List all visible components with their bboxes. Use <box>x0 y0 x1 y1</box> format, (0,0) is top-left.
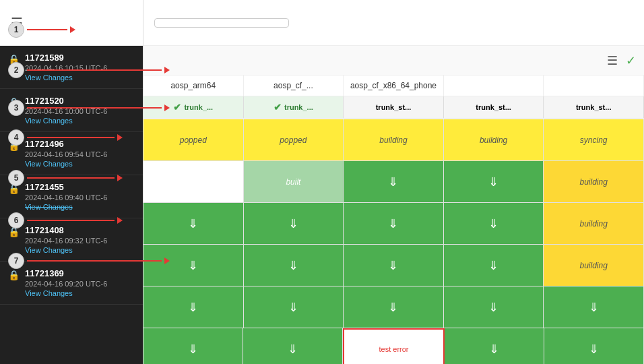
grid-cell-11721455-4: building <box>544 245 644 286</box>
grid-cell-11721369-1[interactable]: ⇓ <box>243 328 343 364</box>
download-icon: ⇓ <box>188 342 198 357</box>
grid-cell-11721496-3[interactable]: ⇓ <box>444 203 544 244</box>
col-header-3 <box>444 75 544 96</box>
menu-icon[interactable]: ☰ <box>11 15 23 31</box>
grid-cell-11721520-0 <box>143 161 244 202</box>
grid-cell-11721496-0[interactable]: ⇓ <box>143 203 244 244</box>
column-headers: aosp_arm64aosp_cf_...aosp_cf_x86_64_phon… <box>143 75 644 96</box>
col-header-2: aosp_cf_x86_64_phone <box>344 75 444 96</box>
build-date-11721520: 2024-04-16 10:00 UTC-6 <box>25 107 107 115</box>
lock-icon-11721369: 🔒 <box>8 270 20 280</box>
build-item-11721520: 🔒 11721520 2024-04-16 10:00 UTC-6 View C… <box>0 89 143 132</box>
lock-icon-11721455: 🔒 <box>8 183 20 194</box>
branch-cell-4: trunk_st... <box>544 96 644 118</box>
grid-cell-11721455-0[interactable]: ⇓ <box>143 245 244 286</box>
grid-cell-11721589-0: popped <box>143 119 244 160</box>
download-icon: ⇓ <box>488 175 498 189</box>
build-item-11721455: 🔒 11721455 2024-04-16 09:40 UTC-6 View C… <box>0 175 143 218</box>
build-item-11721496: 🔒 11721496 2024-04-16 09:54 UTC-6 View C… <box>0 132 143 175</box>
grid-cell-11721369-3[interactable]: ⇓ <box>445 328 544 364</box>
lock-icon-11721408: 🔒 <box>8 226 20 237</box>
lock-icon-11721496: 🔒 <box>8 140 20 151</box>
build-date-11721408: 2024-04-16 09:32 UTC-6 <box>25 237 107 245</box>
lock-icon-11721520: 🔒 <box>8 97 20 108</box>
col-header-0: aosp_arm64 <box>143 75 244 96</box>
grid-cell-11721455-1[interactable]: ⇓ <box>244 245 344 286</box>
check-icon-1: ✔ <box>273 102 282 113</box>
grid-cell-11721408-1[interactable]: ⇓ <box>244 286 344 328</box>
branch-input-container[interactable] <box>154 18 289 28</box>
grid-cell-11721496-4: building <box>544 203 644 244</box>
download-icon: ⇓ <box>488 258 498 273</box>
grid-cell-11721408-4[interactable]: ⇓ <box>544 286 644 328</box>
view-changes-11721408[interactable]: View Changes <box>25 246 107 254</box>
view-changes-11721520[interactable]: View Changes <box>25 117 107 125</box>
chevron-down-icon[interactable]: ✓ <box>626 53 636 68</box>
branch-label-2: trunk_st... <box>376 103 412 111</box>
build-item-11721369: 🔒 11721369 2024-04-16 09:20 UTC-6 View C… <box>0 262 143 305</box>
branch-cell-3: trunk_st... <box>444 96 544 118</box>
lock-icon-11721589: 🔒 <box>8 54 20 65</box>
grid-row-11721496: ⇓⇓⇓⇓building <box>143 203 644 245</box>
grid-cell-11721496-2[interactable]: ⇓ <box>344 203 444 244</box>
check-icon-0: ✔ <box>173 102 181 113</box>
build-date-11721455: 2024-04-16 09:40 UTC-6 <box>25 193 107 202</box>
download-icon: ⇓ <box>188 258 198 273</box>
grid-cell-11721520-2[interactable]: ⇓ <box>344 161 444 202</box>
download-icon: ⇓ <box>589 300 599 315</box>
build-number-11721455: 11721455 <box>25 182 107 192</box>
build-date-11721496: 2024-04-16 09:54 UTC-6 <box>25 150 107 158</box>
grid-cell-11721408-3[interactable]: ⇓ <box>444 286 544 328</box>
grid-cell-11721589-3: building <box>444 119 544 160</box>
grid-row-11721589: poppedpoppedbuildingbuildingsyncing <box>143 119 644 161</box>
build-number-11721496: 11721496 <box>25 139 107 149</box>
grid-cell-11721369-2: test error <box>343 328 445 364</box>
grid-cell-11721455-3[interactable]: ⇓ <box>444 245 544 286</box>
branch-cell-2: trunk_st... <box>344 96 444 118</box>
grid-cell-11721408-2[interactable]: ⇓ <box>344 286 444 328</box>
download-icon: ⇓ <box>589 342 599 357</box>
view-changes-11721455[interactable]: View Changes <box>25 203 107 211</box>
build-info-11721520: 11721520 2024-04-16 10:00 UTC-6 View Cha… <box>25 96 107 125</box>
download-icon: ⇓ <box>288 258 298 273</box>
download-icon: ⇓ <box>388 216 398 231</box>
grid-cell-11721520-3[interactable]: ⇓ <box>444 161 544 202</box>
view-changes-11721369[interactable]: View Changes <box>25 289 107 297</box>
build-number-11721408: 11721408 <box>25 225 107 235</box>
build-list: 🔒 11721589 2024-04-16 10:15 UTC-6 View C… <box>0 46 143 364</box>
build-date-11721589: 2024-04-16 10:15 UTC-6 <box>25 64 107 72</box>
branch-label-4: trunk_st... <box>576 103 612 111</box>
download-icon: ⇓ <box>388 300 398 315</box>
download-icon: ⇓ <box>488 216 498 231</box>
grid-row-11721408: ⇓⇓⇓⇓⇓ <box>143 286 644 328</box>
build-item-11721589: 🔒 11721589 2024-04-16 10:15 UTC-6 View C… <box>0 46 143 89</box>
grid-cell-11721455-2[interactable]: ⇓ <box>344 245 444 286</box>
grid-cell-11721369-0[interactable]: ⇓ <box>143 328 243 364</box>
build-number-11721589: 11721589 <box>25 53 107 63</box>
build-info-11721455: 11721455 2024-04-16 09:40 UTC-6 View Cha… <box>25 182 107 211</box>
download-icon: ⇓ <box>188 300 198 315</box>
main-content: ☰ ✓ aosp_arm64aosp_cf_...aosp_cf_x86_64_… <box>143 0 644 364</box>
branch-label-3: trunk_st... <box>476 103 511 111</box>
build-info-11721408: 11721408 2024-04-16 09:32 UTC-6 View Cha… <box>25 225 107 254</box>
build-item-11721408: 🔒 11721408 2024-04-16 09:32 UTC-6 View C… <box>0 218 143 262</box>
branch-label-1: trunk_... <box>284 103 313 111</box>
build-date-11721369: 2024-04-16 09:20 UTC-6 <box>25 280 107 288</box>
grid-row-11721369: ⇓⇓test error⇓⇓ <box>143 328 644 364</box>
data-grid: poppedpoppedbuildingbuildingsyncingbuilt… <box>143 119 644 364</box>
build-number-11721520: 11721520 <box>25 96 107 106</box>
filter-icon[interactable]: ☰ <box>607 53 618 68</box>
view-changes-11721589[interactable]: View Changes <box>25 73 107 82</box>
download-icon: ⇓ <box>388 175 398 189</box>
build-info-11721589: 11721589 2024-04-16 10:15 UTC-6 View Cha… <box>25 53 107 82</box>
sidebar: ☰ 🔒 11721589 2024-04-16 10:15 UTC-6 View… <box>0 0 143 364</box>
view-changes-11721496[interactable]: View Changes <box>25 160 107 168</box>
branch-label-0: trunk_... <box>184 103 213 111</box>
grid-cell-11721369-4[interactable]: ⇓ <box>544 328 644 364</box>
grid-cell-11721408-0[interactable]: ⇓ <box>143 286 244 328</box>
filter-bar: ☰ ✓ <box>143 46 644 75</box>
download-icon: ⇓ <box>388 258 398 273</box>
grid-row-11721455: ⇓⇓⇓⇓building <box>143 245 644 286</box>
grid-cell-11721496-1[interactable]: ⇓ <box>244 203 344 244</box>
build-info-11721496: 11721496 2024-04-16 09:54 UTC-6 View Cha… <box>25 139 107 168</box>
